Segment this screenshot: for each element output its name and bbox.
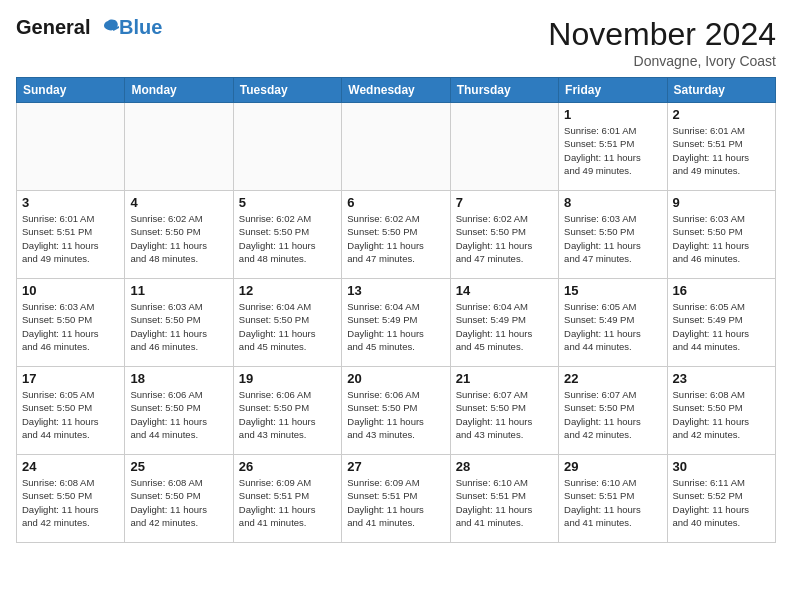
day-number: 11 [130,283,227,298]
day-number: 12 [239,283,336,298]
calendar-day-11: 11Sunrise: 6:03 AM Sunset: 5:50 PM Dayli… [125,279,233,367]
calendar-week-row-5: 24Sunrise: 6:08 AM Sunset: 5:50 PM Dayli… [17,455,776,543]
logo-text: General [16,16,119,39]
month-title: November 2024 [548,16,776,53]
day-number: 28 [456,459,553,474]
calendar-day-3: 3Sunrise: 6:01 AM Sunset: 5:51 PM Daylig… [17,191,125,279]
day-info: Sunrise: 6:04 AM Sunset: 5:49 PM Dayligh… [347,300,444,353]
logo: General Blue [16,16,162,39]
calendar-empty-cell [450,103,558,191]
day-info: Sunrise: 6:07 AM Sunset: 5:50 PM Dayligh… [564,388,661,441]
day-info: Sunrise: 6:03 AM Sunset: 5:50 PM Dayligh… [130,300,227,353]
weekday-header-monday: Monday [125,78,233,103]
day-info: Sunrise: 6:03 AM Sunset: 5:50 PM Dayligh… [673,212,770,265]
calendar-day-26: 26Sunrise: 6:09 AM Sunset: 5:51 PM Dayli… [233,455,341,543]
day-number: 26 [239,459,336,474]
calendar-day-16: 16Sunrise: 6:05 AM Sunset: 5:49 PM Dayli… [667,279,775,367]
calendar-day-14: 14Sunrise: 6:04 AM Sunset: 5:49 PM Dayli… [450,279,558,367]
location-subtitle: Donvagne, Ivory Coast [548,53,776,69]
day-info: Sunrise: 6:05 AM Sunset: 5:50 PM Dayligh… [22,388,119,441]
calendar-week-row-3: 10Sunrise: 6:03 AM Sunset: 5:50 PM Dayli… [17,279,776,367]
logo-blue-text: Blue [119,16,162,38]
calendar-day-7: 7Sunrise: 6:02 AM Sunset: 5:50 PM Daylig… [450,191,558,279]
day-info: Sunrise: 6:01 AM Sunset: 5:51 PM Dayligh… [673,124,770,177]
weekday-header-thursday: Thursday [450,78,558,103]
calendar-day-9: 9Sunrise: 6:03 AM Sunset: 5:50 PM Daylig… [667,191,775,279]
day-number: 27 [347,459,444,474]
day-info: Sunrise: 6:01 AM Sunset: 5:51 PM Dayligh… [564,124,661,177]
day-info: Sunrise: 6:05 AM Sunset: 5:49 PM Dayligh… [564,300,661,353]
day-number: 10 [22,283,119,298]
calendar-day-1: 1Sunrise: 6:01 AM Sunset: 5:51 PM Daylig… [559,103,667,191]
day-info: Sunrise: 6:06 AM Sunset: 5:50 PM Dayligh… [239,388,336,441]
calendar-day-15: 15Sunrise: 6:05 AM Sunset: 5:49 PM Dayli… [559,279,667,367]
day-number: 18 [130,371,227,386]
day-number: 7 [456,195,553,210]
day-number: 25 [130,459,227,474]
day-info: Sunrise: 6:11 AM Sunset: 5:52 PM Dayligh… [673,476,770,529]
day-number: 6 [347,195,444,210]
calendar-day-27: 27Sunrise: 6:09 AM Sunset: 5:51 PM Dayli… [342,455,450,543]
day-number: 30 [673,459,770,474]
weekday-header-sunday: Sunday [17,78,125,103]
day-info: Sunrise: 6:10 AM Sunset: 5:51 PM Dayligh… [456,476,553,529]
day-number: 21 [456,371,553,386]
day-number: 23 [673,371,770,386]
day-number: 14 [456,283,553,298]
day-number: 4 [130,195,227,210]
calendar-empty-cell [233,103,341,191]
calendar-day-18: 18Sunrise: 6:06 AM Sunset: 5:50 PM Dayli… [125,367,233,455]
calendar-day-22: 22Sunrise: 6:07 AM Sunset: 5:50 PM Dayli… [559,367,667,455]
calendar-day-20: 20Sunrise: 6:06 AM Sunset: 5:50 PM Dayli… [342,367,450,455]
day-info: Sunrise: 6:08 AM Sunset: 5:50 PM Dayligh… [22,476,119,529]
day-info: Sunrise: 6:08 AM Sunset: 5:50 PM Dayligh… [130,476,227,529]
calendar-day-2: 2Sunrise: 6:01 AM Sunset: 5:51 PM Daylig… [667,103,775,191]
calendar-empty-cell [342,103,450,191]
calendar-day-17: 17Sunrise: 6:05 AM Sunset: 5:50 PM Dayli… [17,367,125,455]
day-info: Sunrise: 6:01 AM Sunset: 5:51 PM Dayligh… [22,212,119,265]
calendar-day-6: 6Sunrise: 6:02 AM Sunset: 5:50 PM Daylig… [342,191,450,279]
day-info: Sunrise: 6:06 AM Sunset: 5:50 PM Dayligh… [130,388,227,441]
calendar-day-30: 30Sunrise: 6:11 AM Sunset: 5:52 PM Dayli… [667,455,775,543]
day-number: 19 [239,371,336,386]
day-number: 17 [22,371,119,386]
calendar-week-row-1: 1Sunrise: 6:01 AM Sunset: 5:51 PM Daylig… [17,103,776,191]
day-number: 16 [673,283,770,298]
day-info: Sunrise: 6:09 AM Sunset: 5:51 PM Dayligh… [347,476,444,529]
calendar-day-19: 19Sunrise: 6:06 AM Sunset: 5:50 PM Dayli… [233,367,341,455]
day-number: 29 [564,459,661,474]
calendar-empty-cell [17,103,125,191]
day-number: 5 [239,195,336,210]
calendar-week-row-4: 17Sunrise: 6:05 AM Sunset: 5:50 PM Dayli… [17,367,776,455]
day-info: Sunrise: 6:04 AM Sunset: 5:50 PM Dayligh… [239,300,336,353]
day-info: Sunrise: 6:02 AM Sunset: 5:50 PM Dayligh… [456,212,553,265]
logo-bird-icon [97,19,119,39]
day-info: Sunrise: 6:03 AM Sunset: 5:50 PM Dayligh… [22,300,119,353]
calendar-day-23: 23Sunrise: 6:08 AM Sunset: 5:50 PM Dayli… [667,367,775,455]
calendar-week-row-2: 3Sunrise: 6:01 AM Sunset: 5:51 PM Daylig… [17,191,776,279]
weekday-header-saturday: Saturday [667,78,775,103]
day-number: 20 [347,371,444,386]
day-info: Sunrise: 6:10 AM Sunset: 5:51 PM Dayligh… [564,476,661,529]
day-number: 9 [673,195,770,210]
day-info: Sunrise: 6:06 AM Sunset: 5:50 PM Dayligh… [347,388,444,441]
page-header: General Blue November 2024 Donvagne, Ivo… [16,16,776,69]
day-info: Sunrise: 6:07 AM Sunset: 5:50 PM Dayligh… [456,388,553,441]
day-number: 1 [564,107,661,122]
calendar-day-4: 4Sunrise: 6:02 AM Sunset: 5:50 PM Daylig… [125,191,233,279]
day-number: 13 [347,283,444,298]
calendar-day-21: 21Sunrise: 6:07 AM Sunset: 5:50 PM Dayli… [450,367,558,455]
day-number: 24 [22,459,119,474]
calendar-day-28: 28Sunrise: 6:10 AM Sunset: 5:51 PM Dayli… [450,455,558,543]
calendar-day-5: 5Sunrise: 6:02 AM Sunset: 5:50 PM Daylig… [233,191,341,279]
calendar-day-12: 12Sunrise: 6:04 AM Sunset: 5:50 PM Dayli… [233,279,341,367]
day-number: 3 [22,195,119,210]
day-number: 8 [564,195,661,210]
weekday-header-tuesday: Tuesday [233,78,341,103]
calendar-day-10: 10Sunrise: 6:03 AM Sunset: 5:50 PM Dayli… [17,279,125,367]
calendar-day-13: 13Sunrise: 6:04 AM Sunset: 5:49 PM Dayli… [342,279,450,367]
weekday-header-row: SundayMondayTuesdayWednesdayThursdayFrid… [17,78,776,103]
day-number: 15 [564,283,661,298]
day-info: Sunrise: 6:02 AM Sunset: 5:50 PM Dayligh… [239,212,336,265]
day-info: Sunrise: 6:09 AM Sunset: 5:51 PM Dayligh… [239,476,336,529]
